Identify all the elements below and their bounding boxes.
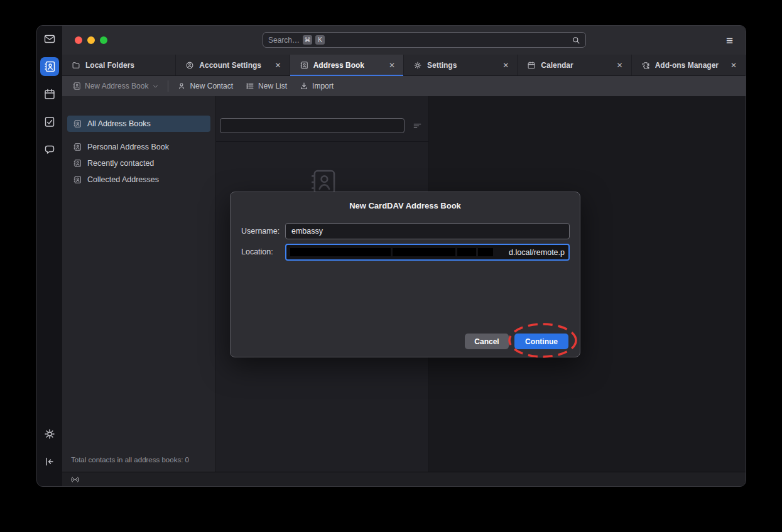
chevron-down-icon	[152, 83, 159, 90]
tab-local-folders[interactable]: Local Folders	[62, 55, 176, 75]
new-contact-button[interactable]: New Contact	[177, 82, 233, 90]
import-button[interactable]: Import	[300, 82, 334, 90]
book-item-personal[interactable]: Personal Address Book	[67, 139, 210, 155]
new-list-button[interactable]: New List	[246, 82, 287, 90]
puzzle-icon	[641, 61, 650, 70]
zoom-window-button[interactable]	[100, 36, 107, 44]
address-book-space-button[interactable]	[40, 57, 59, 76]
chat-space-button[interactable]	[40, 140, 59, 159]
total-contacts-status: Total contacts in all address books: 0	[62, 456, 215, 472]
k-key-badge: K	[315, 35, 325, 45]
network-status-icon	[70, 475, 80, 484]
traffic-lights	[62, 36, 107, 44]
book-item-label: Collected Addresses	[87, 175, 159, 184]
collapse-arrow-icon	[43, 455, 56, 468]
tab-label: Account Settings	[199, 61, 268, 70]
calendar-space-button[interactable]	[40, 85, 59, 104]
app-spaces-sidebar	[37, 26, 62, 486]
new-address-book-button[interactable]: New Address Book	[72, 82, 159, 90]
redaction-bar	[457, 248, 476, 256]
gear-icon	[413, 61, 422, 70]
chat-icon	[43, 143, 56, 156]
tab-label: Local Folders	[85, 61, 169, 70]
username-label: Username:	[241, 227, 280, 236]
tab-label: Calendar	[541, 61, 609, 70]
close-tab-icon[interactable]: ✕	[273, 60, 283, 71]
address-book-icon	[73, 119, 82, 128]
import-label: Import	[312, 82, 334, 90]
address-book-toolbar: New Address Book New Contact New List	[62, 76, 746, 96]
minimize-window-button[interactable]	[87, 36, 95, 44]
address-books-pane: All Address Books Personal Address Book …	[62, 96, 215, 472]
mail-space-button[interactable]	[40, 30, 59, 48]
close-tab-icon[interactable]: ✕	[387, 60, 397, 71]
dialog-buttons: Cancel Continue	[465, 334, 568, 349]
address-book-icon	[73, 175, 82, 184]
contacts-search-input[interactable]	[220, 118, 405, 133]
status-bar	[62, 472, 746, 486]
tab-label: Add-ons Manager	[655, 61, 724, 70]
new-address-book-icon	[72, 82, 81, 90]
tab-address-book[interactable]: Address Book ✕	[290, 55, 404, 75]
continue-button[interactable]: Continue	[514, 334, 568, 349]
close-window-button[interactable]	[75, 36, 82, 44]
address-book-icon	[73, 143, 82, 151]
title-bar: Search… ⌘ K ≡	[62, 26, 746, 55]
location-input[interactable]: d.local/remote.p	[285, 244, 570, 261]
tab-addons-manager[interactable]: Add-ons Manager ✕	[632, 55, 746, 75]
folder-icon	[72, 61, 80, 70]
book-item-label: Personal Address Book	[87, 143, 169, 151]
contacts-search-row	[216, 96, 428, 142]
display-options-icon[interactable]	[413, 121, 422, 131]
address-book-icon	[73, 159, 82, 168]
tasks-icon	[43, 116, 56, 128]
toolbar-separator	[168, 80, 168, 92]
redaction-bar	[393, 248, 455, 256]
cmd-key-badge: ⌘	[303, 35, 312, 45]
address-book-icon	[300, 61, 308, 70]
collapse-sidebar-button[interactable]	[40, 452, 59, 471]
tab-account-settings[interactable]: Account Settings ✕	[176, 55, 290, 75]
book-item-label: Recently contacted	[87, 159, 154, 168]
new-address-book-label: New Address Book	[85, 82, 148, 90]
tab-settings[interactable]: Settings ✕	[404, 55, 518, 75]
book-item-recently-contacted[interactable]: Recently contacted	[67, 155, 210, 171]
tab-label: Settings	[427, 61, 496, 70]
calendar-icon	[43, 88, 56, 100]
redaction-bar	[478, 248, 493, 256]
close-tab-icon[interactable]: ✕	[501, 60, 511, 71]
dialog-title: New CardDAV Address Book	[231, 201, 580, 210]
book-list: Personal Address Book Recently contacted…	[62, 139, 215, 188]
calendar-icon	[527, 61, 536, 70]
redaction-bar	[290, 248, 391, 256]
new-contact-label: New Contact	[190, 82, 233, 90]
new-contact-icon	[177, 82, 186, 90]
app-menu-button[interactable]: ≡	[726, 35, 733, 46]
book-item-label: All Address Books	[87, 119, 151, 128]
tab-calendar[interactable]: Calendar ✕	[518, 55, 631, 75]
cancel-button[interactable]: Cancel	[465, 334, 509, 349]
search-icon	[572, 36, 580, 45]
book-item-collected-addresses[interactable]: Collected Addresses	[67, 171, 210, 188]
search-placeholder: Search…	[268, 36, 300, 45]
new-list-icon	[246, 82, 254, 90]
address-book-icon	[43, 60, 56, 73]
tasks-space-button[interactable]	[40, 112, 59, 131]
new-list-label: New List	[258, 82, 287, 90]
tab-label: Address Book	[313, 61, 382, 70]
new-carddav-dialog: New CardDAV Address Book Username: Locat…	[230, 192, 580, 357]
tab-bar: Local Folders Account Settings ✕ Address…	[62, 55, 746, 76]
mail-icon	[43, 33, 56, 45]
import-icon	[300, 82, 308, 90]
location-visible-text: d.local/remote.p	[509, 248, 565, 257]
settings-space-button[interactable]	[40, 425, 59, 443]
location-label: Location:	[241, 247, 273, 256]
close-tab-icon[interactable]: ✕	[615, 60, 625, 71]
book-item-all-address-books[interactable]: All Address Books	[67, 116, 210, 132]
close-tab-icon[interactable]: ✕	[729, 60, 739, 71]
account-settings-icon	[185, 61, 194, 70]
global-search-bar[interactable]: Search… ⌘ K	[263, 32, 586, 48]
username-input[interactable]	[285, 223, 570, 239]
gear-icon	[43, 428, 56, 440]
